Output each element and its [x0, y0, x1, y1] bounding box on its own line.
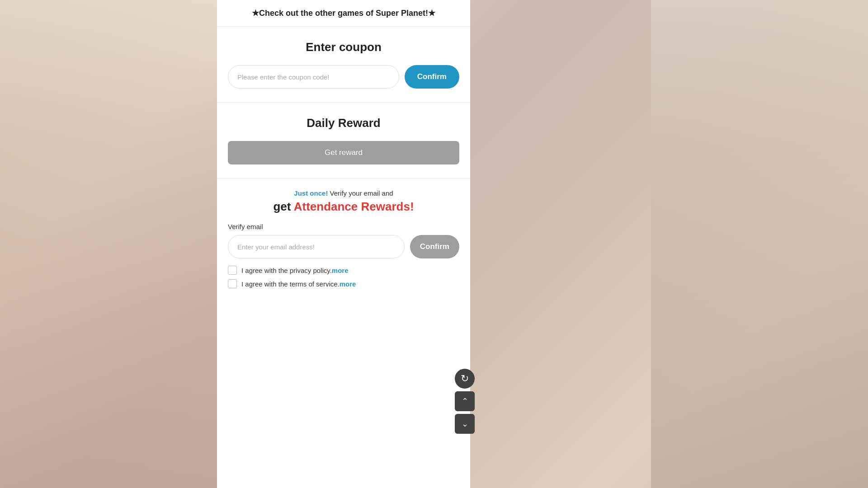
main-panel: ★Check out the other games of Super Plan…: [217, 0, 470, 488]
scroll-up-button[interactable]: ⌃: [455, 391, 475, 411]
top-banner: ★Check out the other games of Super Plan…: [217, 0, 470, 27]
attendance-section: Just once! Verify your email and get Att…: [217, 178, 470, 306]
background-right: [651, 0, 868, 488]
just-once-suffix: Verify your email and: [328, 189, 393, 197]
refresh-button[interactable]: ↻: [455, 369, 475, 389]
attendance-title-prefix: get: [273, 200, 293, 213]
just-once-highlight: Just once!: [294, 189, 328, 197]
terms-link[interactable]: more: [340, 280, 356, 288]
coupon-section: Enter coupon Confirm: [217, 27, 470, 103]
privacy-policy-checkbox[interactable]: [228, 266, 237, 275]
coupon-confirm-button[interactable]: Confirm: [405, 65, 459, 89]
email-confirm-button[interactable]: Confirm: [410, 235, 459, 258]
attendance-title-highlight: Attendance Rewards!: [294, 200, 414, 213]
privacy-policy-label: I agree with the privacy policy.more: [241, 267, 349, 274]
terms-label: I agree with the terms of service.more: [241, 280, 356, 288]
privacy-policy-text: I agree with the privacy policy.: [241, 267, 332, 274]
privacy-policy-row: I agree with the privacy policy.more: [228, 266, 459, 275]
attendance-title: get Attendance Rewards!: [228, 200, 459, 214]
email-row: Confirm: [228, 235, 459, 258]
coupon-input[interactable]: [228, 65, 399, 89]
down-icon: ⌄: [462, 419, 468, 429]
up-icon: ⌃: [462, 396, 468, 406]
just-once-text: Just once! Verify your email and: [228, 189, 459, 197]
coupon-section-title: Enter coupon: [228, 40, 459, 54]
daily-reward-title: Daily Reward: [228, 116, 459, 130]
daily-reward-section: Daily Reward Get reward: [217, 103, 470, 178]
terms-text: I agree with the terms of service.: [241, 280, 340, 288]
verify-email-label: Verify email: [228, 223, 459, 230]
scroll-down-button[interactable]: ⌄: [455, 414, 475, 434]
terms-checkbox[interactable]: [228, 279, 237, 288]
refresh-icon: ↻: [461, 373, 469, 385]
terms-row: I agree with the terms of service.more: [228, 279, 459, 288]
privacy-policy-link[interactable]: more: [332, 267, 349, 274]
side-controls: ↻ ⌃ ⌄: [455, 369, 475, 434]
get-reward-button[interactable]: Get reward: [228, 141, 459, 164]
coupon-row: Confirm: [228, 65, 459, 89]
background-left: [0, 0, 217, 488]
email-input[interactable]: [228, 235, 405, 258]
top-banner-text: ★Check out the other games of Super Plan…: [252, 9, 435, 18]
